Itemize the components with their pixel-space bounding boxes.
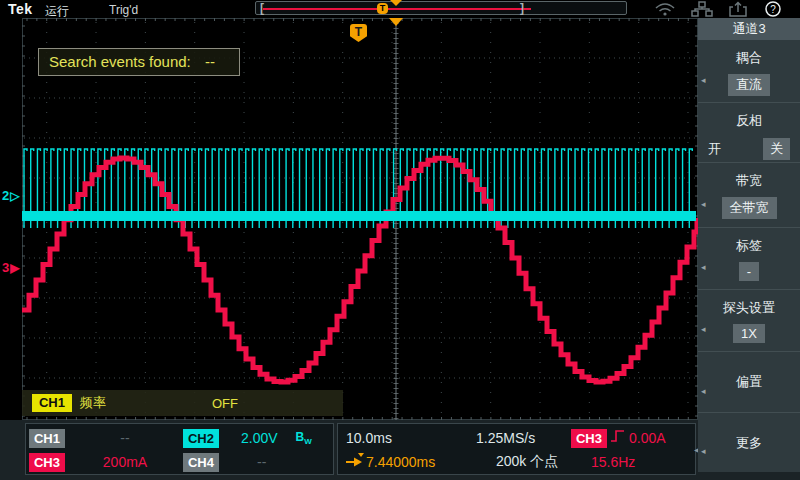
sidebar-footer xyxy=(698,472,800,480)
probe-setup-label: 探头设置 xyxy=(723,299,775,317)
bandwidth-section[interactable]: ◂ 带宽 全带宽 xyxy=(698,163,800,228)
ch2-badge[interactable]: CH2 xyxy=(183,429,219,448)
label-value-button[interactable]: - xyxy=(739,262,759,281)
ch3-marker-arrow-icon: ▶ xyxy=(10,261,19,275)
coupling-value-button[interactable]: 直流 xyxy=(728,74,770,96)
offset-section[interactable]: ◂ 偏置 xyxy=(698,352,800,413)
ch2-bandwidth-limit-icon: BW xyxy=(296,430,312,446)
section-arrow-icon: ◂ xyxy=(701,262,706,272)
trigger-frequency: 15.6Hz xyxy=(591,454,635,470)
ch3-position-marker[interactable]: 3 ▶ xyxy=(2,260,19,275)
section-arrow-icon: ◂ xyxy=(701,324,706,334)
bandwidth-label: 带宽 xyxy=(736,172,762,190)
ch3-scale-value: 200mA xyxy=(88,454,162,470)
trigger-source-badge[interactable]: CH3 xyxy=(571,429,607,448)
oscilloscope-screen: Tek 运行 Trig'd [ ] T ? xyxy=(0,0,800,480)
ch2-scale-value: 2.00V xyxy=(241,430,278,446)
section-arrow-icon: ◂ xyxy=(701,75,706,85)
probe-setup-value-button[interactable]: 1X xyxy=(733,324,765,343)
sample-rate: 1.25MS/s xyxy=(476,430,568,446)
search-events-count: -- xyxy=(205,53,215,70)
invert-section[interactable]: 反相 开 关 xyxy=(698,103,800,163)
probe-setup-section[interactable]: ◂ 探头设置 1X xyxy=(698,290,800,352)
sidebar-title: 通道3 xyxy=(698,18,800,40)
trigger-status: Trig'd xyxy=(109,3,138,17)
trigger-position-icon[interactable] xyxy=(389,18,403,26)
coupling-label: 耦合 xyxy=(736,49,762,67)
top-status-bar: Tek 运行 Trig'd [ ] T ? xyxy=(0,0,800,18)
help-icon[interactable]: ? xyxy=(761,1,785,17)
offset-label: 偏置 xyxy=(736,373,762,391)
label-section[interactable]: ◂ 标签 - xyxy=(698,228,800,290)
ch4-badge[interactable]: CH4 xyxy=(183,453,219,472)
more-label: 更多 xyxy=(736,434,762,452)
invert-on-option[interactable]: 开 xyxy=(708,140,721,158)
invert-label: 反相 xyxy=(736,112,762,130)
horizontal-position-icon xyxy=(344,452,366,472)
horizontal-position: 7.44000ms xyxy=(366,454,452,470)
bottom-readout-bar: CH1 -- CH2 2.00V BW CH3 200mA CH4 -- 10.… xyxy=(0,420,700,480)
more-section[interactable]: ◂ 更多 xyxy=(698,413,800,472)
search-events-overlay: Search events found: -- xyxy=(38,48,240,76)
graticule-and-waveforms xyxy=(22,18,698,420)
window-bracket-right: ] xyxy=(520,1,524,15)
bandwidth-value-button[interactable]: 全带宽 xyxy=(722,197,777,219)
record-length: 200k 个点 xyxy=(496,453,588,471)
waveform-display-area[interactable]: T Search events found: -- CH1 频率 OFF xyxy=(22,18,698,420)
section-arrow-icon: ◂ xyxy=(701,446,706,456)
measurement-source-badge[interactable]: CH1 xyxy=(32,394,72,412)
ch2-position-marker[interactable]: 2 ▷ xyxy=(2,188,19,203)
ch1-scale-value: -- xyxy=(95,430,155,446)
window-bracket-left: [ xyxy=(260,1,264,15)
invert-toggle[interactable]: 开 关 xyxy=(698,138,800,160)
ch4-scale-value: -- xyxy=(257,454,266,470)
ch3-badge[interactable]: CH3 xyxy=(29,453,65,472)
tek-logo: Tek xyxy=(8,1,33,17)
svg-text:?: ? xyxy=(770,4,776,15)
ch1-badge[interactable]: CH1 xyxy=(29,429,65,448)
record-window-line xyxy=(263,8,531,10)
measurement-value: OFF xyxy=(212,396,238,411)
section-arrow-icon: ◂ xyxy=(701,199,706,209)
time-per-div: 10.0ms xyxy=(346,430,436,446)
channel3-menu-sidebar: 通道3 ◂ 耦合 直流 反相 开 关 ◂ 带宽 全带宽 ◂ 标签 - ◂ 探头设… xyxy=(698,18,800,472)
share-icon[interactable] xyxy=(726,1,750,17)
ch2-marker-arrow-icon: ▷ xyxy=(10,189,19,203)
search-events-label: Search events found: xyxy=(49,53,191,70)
ch3-marker-label: 3 xyxy=(2,260,9,275)
channel-readout-panel[interactable]: CH1 -- CH2 2.00V BW CH3 200mA CH4 -- xyxy=(25,423,334,475)
network-icon[interactable] xyxy=(690,1,714,17)
record-view-minimap[interactable]: [ ] T xyxy=(255,1,627,15)
section-arrow-icon: ◂ xyxy=(701,386,706,396)
invert-off-option[interactable]: 关 xyxy=(763,138,790,160)
wifi-icon[interactable] xyxy=(653,1,677,17)
minimap-trigger-marker[interactable]: T xyxy=(377,3,388,14)
trigger-slope-icon xyxy=(610,428,626,448)
expansion-point-icon xyxy=(390,0,402,6)
trigger-level: 0.00A xyxy=(629,430,666,446)
label-label: 标签 xyxy=(736,237,762,255)
measurement-name: 频率 xyxy=(80,394,106,412)
ch2-marker-label: 2 xyxy=(2,188,9,203)
coupling-section[interactable]: ◂ 耦合 直流 xyxy=(698,40,800,103)
measurement-bar[interactable]: CH1 频率 OFF xyxy=(22,390,343,416)
horizontal-trigger-panel[interactable]: 10.0ms 1.25MS/s CH3 0.00A 7.44000ms 200k… xyxy=(337,423,696,475)
